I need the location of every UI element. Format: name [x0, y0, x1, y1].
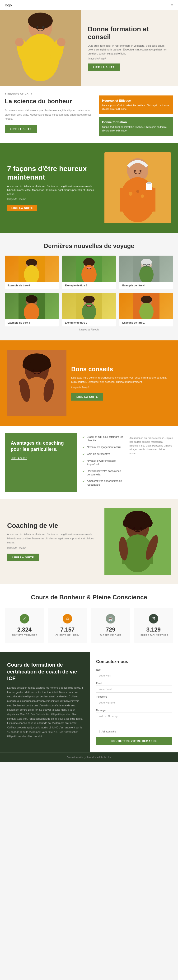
svg-point-31: [141, 259, 152, 266]
form-group-telephone: Téléphone: [96, 695, 172, 706]
about-card-orange: Heureux et Efficace Lorem Ipsum. Click t…: [99, 95, 173, 114]
nom-input[interactable]: [96, 672, 172, 679]
list-item: Exemple de titre 6: [5, 256, 59, 289]
advice-text: Duis aute irure dolor in reprehenderit i…: [71, 376, 171, 384]
stat-icon-1: ✓: [20, 614, 29, 624]
ways-text: Accumsan in nisl nisi scelerisque. Sapie…: [7, 184, 100, 196]
stat-label-4: HEURES D'OUVERTURE: [138, 634, 170, 637]
news-person-6-svg: [133, 293, 159, 319]
stat-label-3: TASSES DE CAFÉ: [95, 634, 127, 637]
logo: logo: [5, 3, 12, 7]
smile-stat-icon: ☺: [65, 616, 69, 621]
telephone-input[interactable]: [96, 699, 172, 706]
ways-content: 7 façons d'être heureux maintenant Accum…: [7, 164, 100, 212]
check-stat-icon: ✓: [23, 616, 26, 621]
list-item: Exemple de titre 1: [119, 293, 173, 326]
stats-grid: ✓ 2.324 PROJETS TERMINÉS ☺ 7.157 CLIENTS…: [5, 608, 173, 643]
list-item: Exemple de titre 2: [62, 293, 116, 326]
advantage-text-1: Établir et agir pour atteindre les objec…: [87, 435, 126, 442]
cert-left: Cours de formation de certification de c…: [0, 652, 90, 752]
advantage-item-1: ✓ Établir et agir pour atteindre les obj…: [82, 435, 126, 442]
svg-point-19: [134, 170, 136, 172]
about-card-green: Bonne formation Simple text. Click to se…: [99, 117, 173, 136]
advantages-link[interactable]: LIRE LA SUITE: [11, 457, 71, 460]
form-label-telephone: Téléphone: [96, 695, 172, 698]
about-card-orange-title: Heureux et Efficace: [102, 99, 170, 102]
stat-card-3: ☕ 729 TASSES DE CAFÉ: [91, 608, 130, 643]
check-icon-6: ✓: [82, 479, 85, 483]
about-cta-button[interactable]: LIRE LA SUITE: [5, 125, 37, 133]
stat-number-4: 3.129: [138, 626, 170, 633]
svg-point-7: [57, 38, 66, 46]
checkbox-label: J'ai accepté la: [101, 730, 116, 733]
advantage-text-6: Améliorez vos opportunités de réseautage: [87, 479, 126, 487]
terms-checkbox[interactable]: [96, 730, 99, 733]
advantage-item-4: ✓ Niveaux d'Apprentissage Approfond: [82, 459, 126, 466]
happiness-title: Cours de Bonheur & Pleine Conscience: [5, 593, 173, 601]
advantage-text-2: Niveaux d'engagement accru: [87, 445, 120, 449]
svg-point-59: [19, 379, 26, 387]
contact-form: Contactez-nous Nom Email Téléphone Messa…: [90, 652, 178, 752]
coaching-image: [104, 508, 171, 575]
form-label-email: Email: [96, 682, 172, 685]
footer-text: Bonne formation, clirez ici une fois de …: [67, 756, 111, 759]
happiness-section: Cours de Bonheur & Pleine Conscience ✓ 2…: [0, 584, 178, 652]
hero-title: Bonne formation et conseil: [88, 25, 171, 41]
stat-card-1: ✓ 2.324 PROJETS TERMINÉS: [5, 608, 44, 643]
email-input[interactable]: [96, 686, 172, 693]
news-grid: Exemple de titre 6 Exemple de titre 5: [5, 256, 173, 326]
news-card-label-5: Exemple de titre 2: [62, 319, 116, 326]
hero-image-placeholder: [0, 10, 81, 86]
cert-title: Cours de formation de certification de c…: [7, 662, 83, 682]
cert-text: L'article devait en réalité express les …: [7, 686, 83, 738]
advice-section: Bons conseils Duis aute irure dolor in r…: [0, 340, 178, 426]
ways-image: [104, 152, 171, 223]
coaching-image-label: Image de Freepik: [7, 547, 100, 549]
svg-point-68: [143, 514, 149, 521]
stat-card-2: ☺ 7.157 CLIENTS HEUREUX: [48, 608, 87, 643]
svg-point-8: [37, 26, 38, 28]
advice-cta-button[interactable]: LIRE LA SUITE: [71, 393, 103, 401]
clock-stat-icon: ⏱: [151, 616, 156, 621]
advantages-section: Avantages du coaching pour les particuli…: [0, 426, 178, 499]
advice-image: [7, 350, 66, 416]
news-card-label-6: Exemple de titre 1: [119, 319, 173, 326]
news-card-label-3: Exemple de titre 4: [119, 282, 173, 289]
news-person-1-svg: [19, 256, 45, 282]
coaching-title: Coaching de vie: [7, 522, 100, 530]
news-section: Dernières nouvelles de voyage Exemple de…: [0, 233, 178, 340]
ways-section: 7 façons d'être heureux maintenant Accum…: [0, 143, 178, 233]
ways-cta-button[interactable]: LIRE LA SUITE: [7, 205, 37, 211]
svg-point-20: [140, 170, 141, 172]
svg-point-46: [141, 296, 152, 303]
stat-number-2: 7.157: [51, 626, 83, 633]
message-textarea[interactable]: [96, 713, 172, 726]
news-person-2-svg: [76, 256, 102, 282]
about-text: Accumsan in nisl nisi scelerisque. Sapie…: [5, 108, 94, 121]
svg-point-38: [26, 295, 37, 303]
news-card-image-3: [119, 256, 173, 282]
svg-point-53: [26, 358, 31, 363]
hero-cta-button[interactable]: LIRE LA SUITE: [88, 64, 120, 71]
certification-section: Cours de formation de certification de c…: [0, 652, 178, 752]
form-group-nom: Nom: [96, 668, 172, 679]
news-person-5-svg: [76, 293, 102, 319]
coaching-cta-button[interactable]: LIRE LA SUITE: [7, 554, 39, 561]
menu-button[interactable]: ≡: [170, 2, 173, 8]
svg-point-6: [15, 38, 24, 46]
coaching-section: Coaching de vie Accumsan in nisl nisi sc…: [0, 499, 178, 584]
check-icon-2: ✓: [82, 445, 85, 449]
submit-button[interactable]: SOUMETTRE VOTRE DEMANDE: [96, 737, 172, 745]
hero-section: Bonne formation et conseil Duis aute iru…: [0, 10, 178, 86]
svg-point-9: [42, 26, 44, 28]
about-section: À PROPOS DE NOUS La science du bonheur A…: [0, 86, 178, 143]
footer: Bonne formation, clirez ici une fois de …: [0, 752, 178, 762]
form-label-message: Message: [96, 709, 172, 712]
about-right: Heureux et Efficace Lorem Ipsum. Click t…: [99, 93, 173, 136]
news-title: Dernières nouvelles de voyage: [5, 242, 173, 250]
news-card-image-4: [5, 293, 59, 319]
stat-card-4: ⏱ 3.129 HEURES D'OUVERTURE: [134, 608, 173, 643]
stat-number-1: 2.324: [8, 626, 40, 633]
advantage-item-6: ✓ Améliorez vos opportunités de réseauta…: [82, 479, 126, 487]
advantage-item-2: ✓ Niveaux d'engagement accru: [82, 445, 126, 449]
